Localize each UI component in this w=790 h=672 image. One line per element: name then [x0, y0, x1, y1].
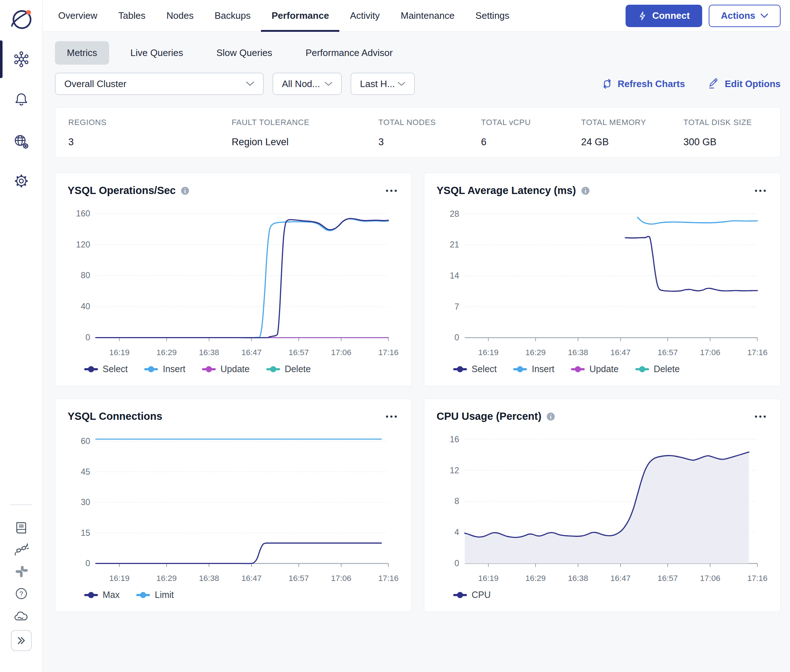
legend-item-insert[interactable]: Insert: [144, 364, 185, 374]
chart-title: YSQL Operations/Sec: [67, 185, 176, 197]
tab-maintenance[interactable]: Maintenance: [390, 0, 465, 32]
summary-label: FAULT TOLERANCE: [232, 118, 378, 127]
tab-performance[interactable]: Performance: [261, 0, 339, 32]
chart-menu-button[interactable]: [753, 187, 768, 194]
app-window: ? OverviewTablesNodesBackupsPerformanceA…: [0, 0, 790, 672]
summary-label: TOTAL DISK SIZE: [683, 118, 780, 127]
tab-settings[interactable]: Settings: [465, 0, 520, 32]
svg-text:16:57: 16:57: [289, 348, 309, 357]
legend-item-delete[interactable]: Delete: [266, 364, 311, 374]
chart-title: YSQL Connections: [67, 410, 162, 422]
chart-legend: MaxLimit: [84, 590, 399, 600]
nodes-dropdown[interactable]: All Nod...: [272, 73, 342, 95]
legend-marker-icon: [513, 365, 527, 373]
refresh-icon: [602, 78, 612, 89]
subtab-performance-advisor[interactable]: Performance Advisor: [293, 41, 404, 65]
settings-gear-icon[interactable]: [13, 173, 30, 189]
legend-label: Limit: [155, 590, 174, 600]
chevron-down-icon: [246, 81, 255, 86]
summary-value: 24 GB: [581, 136, 683, 148]
summary-regions: REGIONS3: [68, 118, 232, 148]
chart-menu-button[interactable]: [384, 187, 399, 194]
svg-text:17:06: 17:06: [331, 348, 351, 357]
legend-item-update[interactable]: Update: [202, 364, 250, 374]
svg-text:17:16: 17:16: [747, 348, 768, 357]
docs-book-icon[interactable]: [13, 520, 30, 536]
network-globe-settings-icon[interactable]: [13, 133, 30, 150]
summary-total-memory: TOTAL MEMORY24 GB: [581, 118, 683, 148]
edit-options-button[interactable]: Edit Options: [708, 78, 780, 90]
summary-fault-tolerance: FAULT TOLERANCERegion Level: [232, 118, 378, 148]
info-icon[interactable]: [181, 186, 189, 195]
actions-button[interactable]: Actions: [709, 5, 780, 27]
legend-item-insert[interactable]: Insert: [513, 364, 554, 374]
legend-label: Max: [103, 590, 120, 600]
legend-label: Insert: [163, 364, 185, 374]
svg-text:17:16: 17:16: [378, 574, 399, 583]
legend-item-select[interactable]: Select: [453, 364, 497, 374]
svg-text:80: 80: [80, 270, 90, 280]
legend-item-limit[interactable]: Limit: [136, 590, 174, 600]
help-question-icon[interactable]: ?: [13, 586, 29, 602]
legend-label: Select: [472, 364, 497, 374]
svg-text:0: 0: [85, 333, 90, 342]
performance-subtabs: MetricsLive QueriesSlow QueriesPerforman…: [43, 32, 790, 65]
svg-text:16:29: 16:29: [157, 348, 177, 357]
svg-text:16:19: 16:19: [109, 574, 129, 583]
integrations-plug-icon[interactable]: [13, 542, 30, 558]
tab-activity[interactable]: Activity: [339, 0, 390, 32]
info-icon[interactable]: [546, 412, 555, 421]
sidebar-expand-button[interactable]: [11, 630, 32, 651]
refresh-charts-button[interactable]: Refresh Charts: [602, 78, 685, 90]
tab-tables[interactable]: Tables: [108, 0, 156, 32]
legend-label: CPU: [472, 590, 491, 600]
cluster-scope-dropdown[interactable]: Overall Cluster: [55, 73, 264, 95]
subtab-slow-queries[interactable]: Slow Queries: [205, 41, 284, 65]
legend-item-delete[interactable]: Delete: [635, 364, 680, 374]
legend-label: Insert: [532, 364, 554, 374]
svg-text:17:16: 17:16: [747, 574, 768, 583]
svg-text:16:19: 16:19: [478, 574, 498, 583]
time-range-dropdown[interactable]: Last H...: [351, 73, 415, 95]
sidebar-item-clusters[interactable]: [13, 51, 30, 68]
legend-marker-icon: [266, 365, 280, 373]
legend-item-max[interactable]: Max: [84, 590, 120, 600]
chart-canvas: 01530456016:1916:2916:3816:4716:5717:061…: [67, 427, 399, 584]
main-area: OverviewTablesNodesBackupsPerformanceAct…: [43, 0, 790, 672]
legend-item-select[interactable]: Select: [84, 364, 128, 374]
connect-button[interactable]: Connect: [626, 5, 702, 27]
svg-text:0: 0: [454, 333, 459, 342]
tab-overview[interactable]: Overview: [48, 0, 108, 32]
sidebar: ?: [0, 0, 43, 672]
summary-label: TOTAL NODES: [378, 118, 481, 127]
slack-icon[interactable]: [13, 563, 29, 579]
legend-item-update[interactable]: Update: [571, 364, 619, 374]
info-icon[interactable]: [581, 186, 590, 195]
tab-nodes[interactable]: Nodes: [156, 0, 204, 32]
subtab-live-queries[interactable]: Live Queries: [119, 41, 195, 65]
summary-total-vcpu: TOTAL vCPU6: [481, 118, 581, 148]
legend-marker-icon: [84, 365, 98, 373]
yugabyte-logo-icon[interactable]: [8, 6, 35, 34]
legend-item-cpu[interactable]: CPU: [453, 590, 491, 600]
alerts-bell-icon[interactable]: [13, 91, 30, 108]
svg-text:?: ?: [19, 590, 23, 598]
svg-text:160: 160: [76, 209, 90, 218]
nodes-value: All Nod...: [282, 78, 320, 90]
chart-menu-button[interactable]: [384, 413, 399, 420]
summary-total-disk-size: TOTAL DISK SIZE300 GB: [683, 118, 780, 148]
tab-backups[interactable]: Backups: [204, 0, 261, 32]
svg-text:16:38: 16:38: [568, 348, 588, 357]
chart-menu-button[interactable]: [753, 413, 768, 420]
svg-text:16:38: 16:38: [199, 348, 219, 357]
chevron-down-icon: [397, 82, 405, 86]
svg-text:7: 7: [454, 302, 459, 312]
svg-text:16:47: 16:47: [241, 574, 262, 583]
svg-text:16:19: 16:19: [109, 348, 129, 357]
legend-marker-icon: [635, 365, 649, 373]
subtab-metrics[interactable]: Metrics: [55, 41, 109, 65]
svg-text:16:29: 16:29: [157, 574, 177, 583]
cloud-status-icon[interactable]: [13, 608, 30, 625]
summary-value: 3: [68, 136, 232, 148]
legend-label: Update: [220, 364, 250, 374]
